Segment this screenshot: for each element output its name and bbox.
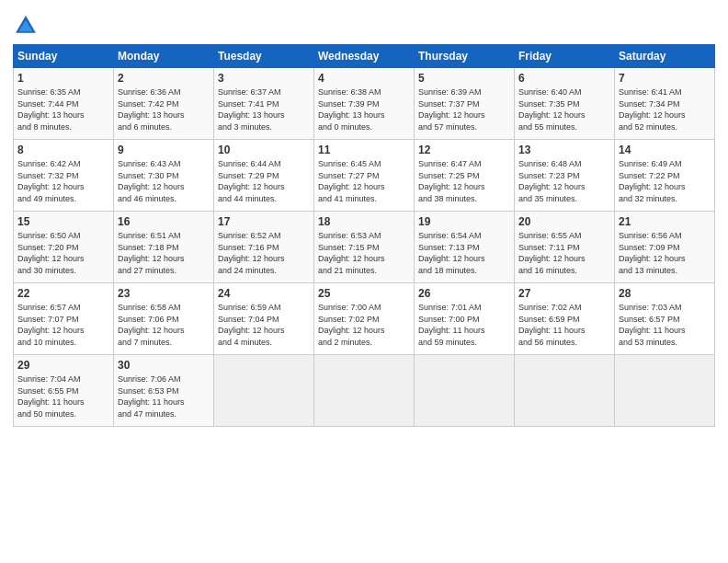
calendar-cell: 13Sunrise: 6:48 AM Sunset: 7:23 PM Dayli… xyxy=(515,140,615,212)
day-info: Sunrise: 6:50 AM Sunset: 7:20 PM Dayligh… xyxy=(17,230,109,276)
calendar-cell: 4Sunrise: 6:38 AM Sunset: 7:39 PM Daylig… xyxy=(314,68,415,140)
calendar-cell: 5Sunrise: 6:39 AM Sunset: 7:37 PM Daylig… xyxy=(415,68,515,140)
calendar-cell: 29Sunrise: 7:04 AM Sunset: 6:55 PM Dayli… xyxy=(14,355,114,427)
day-info: Sunrise: 6:36 AM Sunset: 7:42 PM Dayligh… xyxy=(118,86,210,132)
day-info: Sunrise: 6:49 AM Sunset: 7:22 PM Dayligh… xyxy=(619,158,711,204)
day-info: Sunrise: 6:37 AM Sunset: 7:41 PM Dayligh… xyxy=(218,86,310,132)
day-number: 1 xyxy=(17,72,109,85)
day-number: 27 xyxy=(518,287,610,300)
calendar-week-row: 29Sunrise: 7:04 AM Sunset: 6:55 PM Dayli… xyxy=(14,355,715,427)
calendar-cell: 8Sunrise: 6:42 AM Sunset: 7:32 PM Daylig… xyxy=(14,140,114,212)
day-number: 20 xyxy=(518,215,610,228)
day-info: Sunrise: 6:41 AM Sunset: 7:34 PM Dayligh… xyxy=(619,86,711,132)
day-info: Sunrise: 7:00 AM Sunset: 7:02 PM Dayligh… xyxy=(318,302,410,348)
day-number: 3 xyxy=(218,72,310,85)
day-info: Sunrise: 6:47 AM Sunset: 7:25 PM Dayligh… xyxy=(418,158,510,204)
day-info: Sunrise: 6:45 AM Sunset: 7:27 PM Dayligh… xyxy=(318,158,410,204)
day-number: 28 xyxy=(619,287,711,300)
day-number: 2 xyxy=(118,72,210,85)
day-number: 19 xyxy=(418,215,510,228)
calendar-week-row: 22Sunrise: 6:57 AM Sunset: 7:07 PM Dayli… xyxy=(14,283,715,355)
calendar-cell: 27Sunrise: 7:02 AM Sunset: 6:59 PM Dayli… xyxy=(515,283,615,355)
calendar-week-row: 8Sunrise: 6:42 AM Sunset: 7:32 PM Daylig… xyxy=(14,140,715,212)
day-info: Sunrise: 6:53 AM Sunset: 7:15 PM Dayligh… xyxy=(318,230,410,276)
weekday-header-friday: Friday xyxy=(515,45,615,68)
weekday-header-tuesday: Tuesday xyxy=(214,45,314,68)
calendar-cell: 18Sunrise: 6:53 AM Sunset: 7:15 PM Dayli… xyxy=(314,212,415,283)
weekday-header-row: SundayMondayTuesdayWednesdayThursdayFrid… xyxy=(14,45,715,68)
day-number: 22 xyxy=(17,287,109,300)
logo-icon xyxy=(13,13,39,39)
calendar-cell: 3Sunrise: 6:37 AM Sunset: 7:41 PM Daylig… xyxy=(214,68,314,140)
calendar-cell: 2Sunrise: 6:36 AM Sunset: 7:42 PM Daylig… xyxy=(114,68,214,140)
calendar-cell: 24Sunrise: 6:59 AM Sunset: 7:04 PM Dayli… xyxy=(214,283,314,355)
calendar-table: SundayMondayTuesdayWednesdayThursdayFrid… xyxy=(13,44,715,427)
day-number: 29 xyxy=(17,359,109,372)
day-number: 15 xyxy=(17,215,109,228)
weekday-header-sunday: Sunday xyxy=(14,45,114,68)
day-info: Sunrise: 7:03 AM Sunset: 6:57 PM Dayligh… xyxy=(619,302,711,348)
calendar-cell: 28Sunrise: 7:03 AM Sunset: 6:57 PM Dayli… xyxy=(615,283,715,355)
day-info: Sunrise: 6:51 AM Sunset: 7:18 PM Dayligh… xyxy=(118,230,210,276)
calendar-cell: 22Sunrise: 6:57 AM Sunset: 7:07 PM Dayli… xyxy=(14,283,114,355)
calendar-cell: 19Sunrise: 6:54 AM Sunset: 7:13 PM Dayli… xyxy=(415,212,515,283)
day-number: 12 xyxy=(418,144,510,156)
weekday-header-saturday: Saturday xyxy=(615,45,715,68)
calendar-cell: 1Sunrise: 6:35 AM Sunset: 7:44 PM Daylig… xyxy=(14,68,114,140)
calendar-cell: 6Sunrise: 6:40 AM Sunset: 7:35 PM Daylig… xyxy=(515,68,615,140)
day-number: 13 xyxy=(518,144,610,156)
calendar-cell xyxy=(415,355,515,427)
calendar-cell xyxy=(615,355,715,427)
day-number: 5 xyxy=(418,72,510,85)
calendar-cell xyxy=(314,355,415,427)
calendar-cell: 20Sunrise: 6:55 AM Sunset: 7:11 PM Dayli… xyxy=(515,212,615,283)
calendar-cell: 25Sunrise: 7:00 AM Sunset: 7:02 PM Dayli… xyxy=(314,283,415,355)
day-number: 9 xyxy=(118,144,210,156)
day-info: Sunrise: 6:54 AM Sunset: 7:13 PM Dayligh… xyxy=(418,230,510,276)
calendar-week-row: 15Sunrise: 6:50 AM Sunset: 7:20 PM Dayli… xyxy=(14,212,715,283)
calendar-cell: 21Sunrise: 6:56 AM Sunset: 7:09 PM Dayli… xyxy=(615,212,715,283)
day-number: 18 xyxy=(318,215,410,228)
day-number: 16 xyxy=(118,215,210,228)
calendar-cell: 11Sunrise: 6:45 AM Sunset: 7:27 PM Dayli… xyxy=(314,140,415,212)
calendar-week-row: 1Sunrise: 6:35 AM Sunset: 7:44 PM Daylig… xyxy=(14,68,715,140)
day-number: 21 xyxy=(619,215,711,228)
day-info: Sunrise: 7:04 AM Sunset: 6:55 PM Dayligh… xyxy=(17,373,109,419)
day-info: Sunrise: 6:38 AM Sunset: 7:39 PM Dayligh… xyxy=(318,86,410,132)
day-info: Sunrise: 6:39 AM Sunset: 7:37 PM Dayligh… xyxy=(418,86,510,132)
day-info: Sunrise: 6:55 AM Sunset: 7:11 PM Dayligh… xyxy=(518,230,610,276)
day-info: Sunrise: 6:57 AM Sunset: 7:07 PM Dayligh… xyxy=(17,302,109,348)
calendar-cell: 17Sunrise: 6:52 AM Sunset: 7:16 PM Dayli… xyxy=(214,212,314,283)
day-number: 24 xyxy=(218,287,310,300)
day-number: 14 xyxy=(619,144,711,156)
calendar-cell: 15Sunrise: 6:50 AM Sunset: 7:20 PM Dayli… xyxy=(14,212,114,283)
page-container: SundayMondayTuesdayWednesdayThursdayFrid… xyxy=(0,0,728,434)
day-info: Sunrise: 7:02 AM Sunset: 6:59 PM Dayligh… xyxy=(518,302,610,348)
day-number: 10 xyxy=(218,144,310,156)
logo xyxy=(13,13,40,39)
day-info: Sunrise: 7:06 AM Sunset: 6:53 PM Dayligh… xyxy=(118,373,210,419)
day-number: 7 xyxy=(619,72,711,85)
calendar-cell: 10Sunrise: 6:44 AM Sunset: 7:29 PM Dayli… xyxy=(214,140,314,212)
header xyxy=(13,9,715,39)
day-number: 11 xyxy=(318,144,410,156)
weekday-header-thursday: Thursday xyxy=(415,45,515,68)
calendar-cell: 14Sunrise: 6:49 AM Sunset: 7:22 PM Dayli… xyxy=(615,140,715,212)
day-info: Sunrise: 6:44 AM Sunset: 7:29 PM Dayligh… xyxy=(218,158,310,204)
day-number: 26 xyxy=(418,287,510,300)
calendar-cell xyxy=(515,355,615,427)
day-number: 30 xyxy=(118,359,210,372)
day-info: Sunrise: 6:58 AM Sunset: 7:06 PM Dayligh… xyxy=(118,302,210,348)
day-number: 23 xyxy=(118,287,210,300)
day-number: 25 xyxy=(318,287,410,300)
day-info: Sunrise: 6:52 AM Sunset: 7:16 PM Dayligh… xyxy=(218,230,310,276)
calendar-cell: 30Sunrise: 7:06 AM Sunset: 6:53 PM Dayli… xyxy=(114,355,214,427)
calendar-cell: 9Sunrise: 6:43 AM Sunset: 7:30 PM Daylig… xyxy=(114,140,214,212)
day-number: 4 xyxy=(318,72,410,85)
day-number: 6 xyxy=(518,72,610,85)
calendar-cell: 26Sunrise: 7:01 AM Sunset: 7:00 PM Dayli… xyxy=(415,283,515,355)
day-info: Sunrise: 6:59 AM Sunset: 7:04 PM Dayligh… xyxy=(218,302,310,348)
calendar-cell: 23Sunrise: 6:58 AM Sunset: 7:06 PM Dayli… xyxy=(114,283,214,355)
day-number: 17 xyxy=(218,215,310,228)
calendar-cell: 16Sunrise: 6:51 AM Sunset: 7:18 PM Dayli… xyxy=(114,212,214,283)
